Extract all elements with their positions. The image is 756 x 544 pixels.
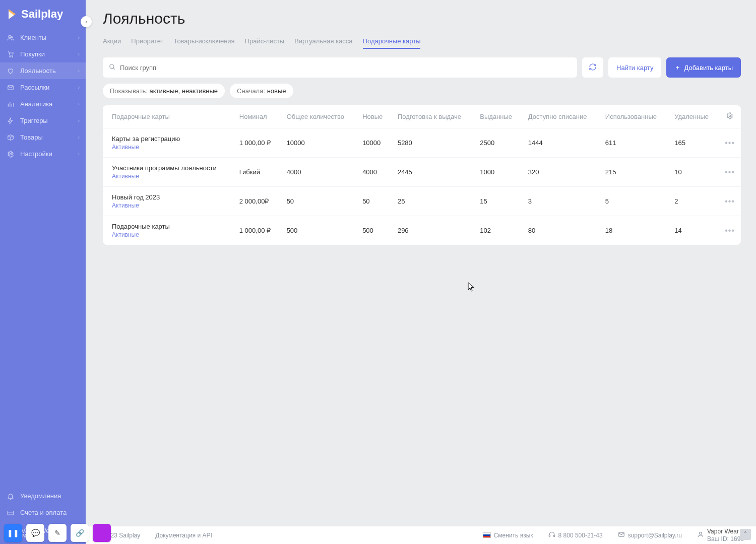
sidebar-item-label: Триггеры bbox=[20, 117, 48, 124]
logo-mark-icon bbox=[7, 7, 17, 21]
chevron-right-icon: › bbox=[78, 35, 80, 40]
table-row[interactable]: Новый год 2023Активные2 000,00₽505025153… bbox=[103, 187, 741, 216]
sidebar-item-card[interactable]: Счета и оплата bbox=[0, 504, 86, 521]
util-pause-button[interactable]: ❚❚ bbox=[4, 524, 22, 542]
link-icon: 🔗 bbox=[76, 529, 84, 537]
sidebar-item-mail[interactable]: Рассылки› bbox=[0, 79, 86, 96]
add-cards-label: Добавить карты bbox=[684, 64, 733, 72]
chevron-up-icon: ˄ bbox=[744, 531, 747, 538]
footer-lang[interactable]: Сменить язык bbox=[483, 532, 533, 539]
mail-icon bbox=[6, 84, 15, 91]
search-input[interactable] bbox=[120, 64, 571, 72]
svg-line-8 bbox=[113, 67, 115, 69]
col-header[interactable]: Общее количество bbox=[281, 105, 357, 128]
col-header[interactable]: Подготовка к выдаче bbox=[392, 105, 474, 128]
sidebar-item-label: Клиенты bbox=[20, 34, 46, 41]
sidebar-item-bolt[interactable]: Триггеры› bbox=[0, 112, 86, 129]
tab-4[interactable]: Виртуальная касса bbox=[294, 34, 352, 49]
status-badge: Активные bbox=[112, 144, 227, 151]
heart-icon bbox=[6, 67, 15, 75]
col-header[interactable]: Использованные bbox=[599, 105, 668, 128]
sidebar-item-label: Настройки bbox=[20, 150, 52, 158]
brand-name: Sailplay bbox=[21, 8, 63, 21]
pencil-icon: ✎ bbox=[54, 529, 60, 537]
refresh-icon bbox=[589, 63, 597, 73]
users-icon bbox=[6, 34, 15, 41]
table-row[interactable]: Карты за регистрациюАктивные1 000,00 ₽10… bbox=[103, 128, 741, 158]
add-cards-button[interactable]: ＋ Добавить карты bbox=[666, 57, 741, 78]
table-row[interactable]: Подарочные картыАктивные1 000,00 ₽500500… bbox=[103, 216, 741, 245]
sidebar-item-box[interactable]: Товары› bbox=[0, 129, 86, 146]
sidebar-item-label: Уведомления bbox=[20, 492, 61, 500]
search-icon bbox=[109, 63, 116, 72]
sidebar-item-label: Товары bbox=[20, 133, 43, 141]
svg-point-3 bbox=[12, 56, 13, 57]
util-help-button[interactable]: 💬 bbox=[26, 524, 44, 542]
tab-2[interactable]: Товары-исключения bbox=[173, 34, 234, 49]
footer-docs-link[interactable]: Документация и API bbox=[155, 532, 212, 539]
footer: © 2023 Sailplay Документация и API Смени… bbox=[86, 526, 756, 544]
tab-3[interactable]: Прайс-листы bbox=[245, 34, 285, 49]
card-name: Участники программы лояльности bbox=[112, 164, 227, 172]
chevron-left-icon: ‹ bbox=[85, 19, 87, 25]
row-menu-button[interactable]: ••• bbox=[719, 158, 741, 187]
sidebar-item-label: Аналитика bbox=[20, 100, 52, 108]
col-header[interactable]: Выданные bbox=[474, 105, 522, 128]
table-settings-button[interactable] bbox=[719, 105, 741, 128]
sidebar-item-label: Рассылки bbox=[20, 84, 49, 91]
card-name: Карты за регистрацию bbox=[112, 135, 227, 143]
chevron-right-icon: › bbox=[78, 134, 80, 140]
footer-phone[interactable]: 8 800 500-21-43 bbox=[548, 531, 603, 539]
tab-0[interactable]: Акции bbox=[103, 34, 121, 49]
sidebar-item-users[interactable]: Клиенты› bbox=[0, 29, 86, 46]
speech-icon: 💬 bbox=[31, 529, 40, 537]
svg-point-0 bbox=[9, 35, 11, 38]
bars-icon bbox=[6, 101, 15, 108]
sidebar-item-cart[interactable]: Покупки› bbox=[0, 46, 86, 62]
col-header[interactable]: Удаленные bbox=[668, 105, 719, 128]
dots-icon: ••• bbox=[725, 197, 735, 206]
filter-show[interactable]: Показывать: активные, неактивные bbox=[103, 84, 225, 98]
sidebar-item-bars[interactable]: Аналитика› bbox=[0, 96, 86, 112]
tab-1[interactable]: Приоритет bbox=[131, 34, 163, 49]
bell-icon bbox=[6, 493, 15, 500]
dots-icon: ••• bbox=[725, 168, 735, 176]
sidebar-item-heart[interactable]: Лояльность› bbox=[0, 62, 86, 79]
col-header[interactable]: Подарочные карты bbox=[103, 105, 233, 128]
row-menu-button[interactable]: ••• bbox=[719, 187, 741, 216]
filter-sort[interactable]: Сначала: новые bbox=[230, 84, 293, 98]
cards-table: Подарочные картыНоминалОбщее количествоН… bbox=[103, 105, 741, 245]
footer-email[interactable]: support@Sailplay.ru bbox=[618, 531, 682, 539]
user-icon bbox=[697, 531, 704, 539]
gear-icon bbox=[6, 151, 15, 158]
svg-rect-10 bbox=[549, 535, 550, 537]
sidebar-item-label: Счета и оплата bbox=[20, 509, 67, 516]
refresh-button[interactable] bbox=[582, 57, 603, 78]
col-header[interactable]: Новые bbox=[356, 105, 392, 128]
col-header[interactable]: Доступно списание bbox=[522, 105, 599, 128]
row-menu-button[interactable]: ••• bbox=[719, 128, 741, 158]
search-box[interactable] bbox=[103, 57, 577, 78]
svg-point-2 bbox=[10, 56, 11, 57]
util-link-button[interactable]: 🔗 bbox=[71, 524, 89, 542]
col-header[interactable]: Номинал bbox=[233, 105, 281, 128]
sidebar-item-gear[interactable]: Настройки› bbox=[0, 146, 86, 162]
find-card-label: Найти карту bbox=[616, 64, 653, 72]
tab-5[interactable]: Подарочные карты bbox=[363, 34, 421, 49]
find-card-button[interactable]: Найти карту bbox=[608, 57, 661, 78]
sidebar-item-label: Покупки bbox=[20, 50, 45, 58]
chevron-right-icon: › bbox=[78, 85, 80, 90]
chevron-right-icon: › bbox=[78, 118, 80, 123]
table-row[interactable]: Участники программы лояльностиАктивныеГи… bbox=[103, 158, 741, 187]
scroll-top-button[interactable]: ˄ bbox=[740, 529, 751, 540]
sidebar-collapse-button[interactable]: ‹ bbox=[81, 16, 92, 27]
row-menu-button[interactable]: ••• bbox=[719, 216, 741, 245]
util-edit-button[interactable]: ✎ bbox=[48, 524, 67, 542]
sidebar-item-bell[interactable]: Уведомления bbox=[0, 488, 86, 504]
gear-icon bbox=[726, 113, 733, 121]
util-color-button[interactable] bbox=[93, 524, 111, 542]
svg-point-5 bbox=[10, 153, 12, 155]
dots-icon: ••• bbox=[725, 226, 735, 235]
svg-point-1 bbox=[11, 36, 13, 38]
svg-rect-11 bbox=[553, 535, 554, 537]
